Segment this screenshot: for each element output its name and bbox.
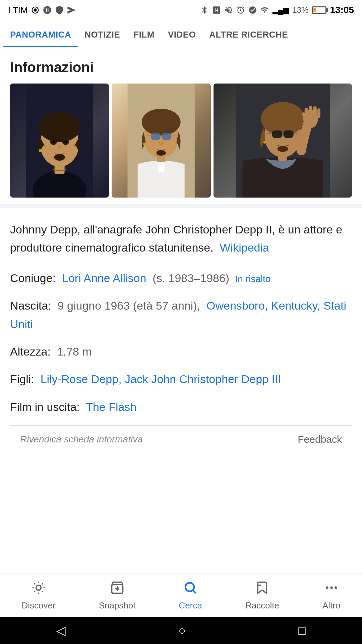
svg-point-36 — [277, 146, 288, 152]
bluetooth-icon — [200, 6, 209, 14]
footer-claim[interactable]: Rivendica scheda informativa — [20, 434, 143, 445]
svg-rect-15 — [158, 162, 165, 172]
nav-snapshot[interactable]: Snapshot — [99, 580, 136, 611]
description-text: Johnny Depp, all'anagrafe John Christoph… — [10, 223, 342, 254]
battery-indicator — [312, 6, 326, 14]
svg-point-6 — [39, 112, 80, 142]
svg-point-0 — [34, 8, 37, 11]
svg-line-49 — [193, 591, 196, 593]
svg-point-48 — [186, 583, 194, 591]
card-footer: Rivendica scheda informativa Feedback — [10, 425, 352, 453]
coniuge-dates: (s. 1983–1986) — [153, 272, 229, 284]
vpn-icon — [55, 5, 64, 15]
svg-point-12 — [39, 149, 42, 152]
battery-percent: 13% — [292, 5, 308, 15]
mute-icon — [224, 6, 233, 14]
nav-altro-label: Altro — [322, 600, 340, 611]
status-left: I TIM — [8, 5, 76, 15]
nav-cerca-label: Cerca — [179, 600, 202, 611]
figli-row: Figli: Lily-Rose Depp, Jack John Christo… — [10, 370, 352, 388]
svg-rect-40 — [313, 106, 316, 118]
more-icon — [324, 580, 339, 598]
section-divider — [0, 204, 362, 208]
nav-raccolte[interactable]: Raccolte — [245, 580, 279, 611]
svg-point-18 — [142, 109, 181, 136]
svg-point-44 — [263, 141, 266, 144]
tab-altre[interactable]: ALTRE RICERCHE — [202, 20, 295, 47]
footer-feedback[interactable]: Feedback — [298, 434, 342, 445]
svg-rect-41 — [317, 108, 320, 118]
sim-icon — [31, 5, 40, 15]
svg-point-10 — [65, 141, 67, 143]
clock: 13:05 — [330, 5, 354, 15]
nav-discover[interactable]: Discover — [22, 580, 56, 611]
photos-row — [10, 84, 352, 198]
alarm-icon — [236, 6, 245, 14]
home-button[interactable]: ○ — [178, 624, 186, 638]
coniuge-link[interactable]: Lori Anne Allison — [62, 272, 146, 284]
svg-point-11 — [54, 154, 65, 161]
coniuge-badge: In risalto — [235, 274, 271, 284]
svg-rect-31 — [272, 130, 282, 138]
discover-icon — [31, 580, 46, 598]
search-icon — [183, 580, 198, 598]
wifi-icon — [260, 6, 269, 14]
photo-2[interactable] — [112, 84, 210, 198]
svg-point-51 — [326, 586, 328, 589]
film-link[interactable]: The Flash — [86, 400, 136, 413]
tab-panoramica[interactable]: PANORAMICA — [3, 20, 78, 47]
navigation-tabs: PANORAMICA NOTIZIE FILM VIDEO ALTRE RICE… — [0, 20, 362, 47]
coniuge-label: Coniuge: — [10, 272, 56, 284]
info-section-title: Informazioni — [10, 59, 352, 75]
nav-cerca[interactable]: Cerca — [179, 580, 202, 611]
signal-bars: ▂▄▆ — [273, 6, 289, 14]
tab-notizie[interactable]: NOTIZIE — [78, 20, 127, 47]
photo-1[interactable] — [10, 84, 109, 198]
svg-point-25 — [143, 143, 145, 145]
svg-rect-20 — [162, 133, 171, 140]
info-description: Johnny Depp, all'anagrafe John Christoph… — [10, 220, 352, 257]
info-section: Informazioni — [0, 47, 362, 204]
info-card: Johnny Depp, all'anagrafe John Christoph… — [0, 208, 362, 465]
svg-point-52 — [330, 586, 333, 589]
svg-rect-19 — [151, 133, 161, 140]
whatsapp-icon — [43, 5, 52, 15]
svg-point-45 — [36, 585, 41, 590]
altezza-label: Altezza: — [10, 345, 51, 358]
figli-label: Figli: — [10, 373, 34, 385]
nfc-icon — [212, 6, 221, 14]
wikipedia-link[interactable]: Wikipedia — [220, 241, 269, 254]
nav-discover-label: Discover — [22, 600, 56, 611]
nav-raccolte-label: Raccolte — [245, 600, 279, 611]
svg-rect-39 — [309, 106, 312, 118]
photo-3[interactable] — [214, 84, 352, 198]
nascita-row: Nascita: 9 giugno 1963 (età 57 anni), Ow… — [10, 297, 352, 333]
recents-button[interactable]: □ — [298, 624, 306, 638]
status-bar: I TIM ▂▄▆ 13% 13:05 — [0, 0, 362, 20]
svg-point-24 — [157, 150, 166, 156]
svg-rect-43 — [313, 110, 316, 112]
film-label: Film in uscita: — [10, 400, 80, 413]
carrier-label: I TIM — [8, 5, 28, 15]
snapshot-icon — [110, 580, 125, 598]
altezza-value: 1,78 m — [57, 345, 92, 358]
tab-video[interactable]: VIDEO — [161, 20, 202, 47]
altezza-row: Altezza: 1,78 m — [10, 342, 352, 361]
figli-link[interactable]: Lily-Rose Depp, Jack John Christopher De… — [41, 373, 281, 385]
svg-rect-32 — [283, 130, 293, 138]
status-right: ▂▄▆ 13% 13:05 — [200, 5, 354, 15]
tab-film[interactable]: FILM — [127, 20, 161, 47]
nav-snapshot-label: Snapshot — [99, 600, 136, 611]
nascita-plain: 9 giugno 1963 (età 57 anni), — [58, 299, 200, 312]
svg-point-9 — [53, 141, 55, 143]
film-row: Film in uscita: The Flash — [10, 398, 352, 416]
system-nav-bar: ◁ ○ □ — [0, 617, 362, 644]
nascita-label: Nascita: — [10, 299, 51, 312]
nav-altro[interactable]: Altro — [322, 580, 340, 611]
back-button[interactable]: ◁ — [56, 624, 66, 638]
data-icon — [248, 6, 257, 14]
bottom-navigation: Discover Snapshot Cerca — [0, 574, 362, 617]
bookmark-icon — [255, 580, 269, 598]
coniuge-row: Coniuge: Lori Anne Allison (s. 1983–1986… — [10, 269, 352, 287]
svg-point-30 — [261, 102, 304, 136]
